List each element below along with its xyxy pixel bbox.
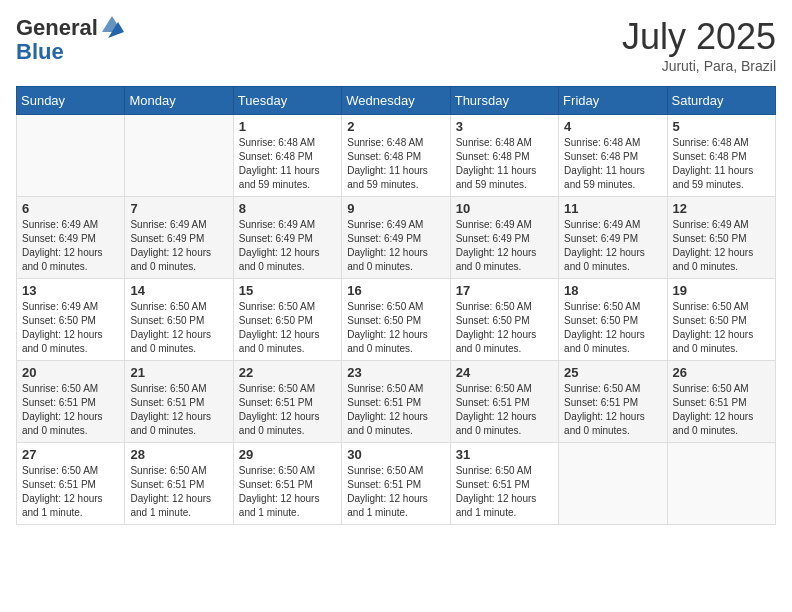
calendar-cell: 6Sunrise: 6:49 AM Sunset: 6:49 PM Daylig… [17, 197, 125, 279]
calendar-cell: 14Sunrise: 6:50 AM Sunset: 6:50 PM Dayli… [125, 279, 233, 361]
day-header-thursday: Thursday [450, 87, 558, 115]
day-info: Sunrise: 6:50 AM Sunset: 6:50 PM Dayligh… [347, 300, 444, 356]
day-info: Sunrise: 6:50 AM Sunset: 6:51 PM Dayligh… [130, 464, 227, 520]
day-info: Sunrise: 6:48 AM Sunset: 6:48 PM Dayligh… [347, 136, 444, 192]
calendar-cell [125, 115, 233, 197]
day-info: Sunrise: 6:50 AM Sunset: 6:51 PM Dayligh… [22, 382, 119, 438]
day-info: Sunrise: 6:50 AM Sunset: 6:51 PM Dayligh… [456, 464, 553, 520]
day-number: 25 [564, 365, 661, 380]
day-info: Sunrise: 6:50 AM Sunset: 6:51 PM Dayligh… [130, 382, 227, 438]
title-area: July 2025 Juruti, Para, Brazil [622, 16, 776, 74]
day-info: Sunrise: 6:49 AM Sunset: 6:50 PM Dayligh… [22, 300, 119, 356]
day-number: 8 [239, 201, 336, 216]
day-number: 7 [130, 201, 227, 216]
day-info: Sunrise: 6:48 AM Sunset: 6:48 PM Dayligh… [564, 136, 661, 192]
day-number: 20 [22, 365, 119, 380]
day-info: Sunrise: 6:49 AM Sunset: 6:49 PM Dayligh… [22, 218, 119, 274]
location-subtitle: Juruti, Para, Brazil [622, 58, 776, 74]
calendar-table: SundayMondayTuesdayWednesdayThursdayFrid… [16, 86, 776, 525]
calendar-cell: 7Sunrise: 6:49 AM Sunset: 6:49 PM Daylig… [125, 197, 233, 279]
day-info: Sunrise: 6:49 AM Sunset: 6:49 PM Dayligh… [239, 218, 336, 274]
day-number: 2 [347, 119, 444, 134]
day-number: 15 [239, 283, 336, 298]
calendar-cell: 22Sunrise: 6:50 AM Sunset: 6:51 PM Dayli… [233, 361, 341, 443]
day-info: Sunrise: 6:50 AM Sunset: 6:51 PM Dayligh… [564, 382, 661, 438]
calendar-cell: 15Sunrise: 6:50 AM Sunset: 6:50 PM Dayli… [233, 279, 341, 361]
logo: General Blue [16, 16, 124, 64]
calendar-cell: 25Sunrise: 6:50 AM Sunset: 6:51 PM Dayli… [559, 361, 667, 443]
calendar-cell: 29Sunrise: 6:50 AM Sunset: 6:51 PM Dayli… [233, 443, 341, 525]
calendar-cell: 30Sunrise: 6:50 AM Sunset: 6:51 PM Dayli… [342, 443, 450, 525]
day-number: 18 [564, 283, 661, 298]
day-number: 11 [564, 201, 661, 216]
calendar-cell: 18Sunrise: 6:50 AM Sunset: 6:50 PM Dayli… [559, 279, 667, 361]
day-number: 10 [456, 201, 553, 216]
day-info: Sunrise: 6:50 AM Sunset: 6:51 PM Dayligh… [22, 464, 119, 520]
calendar-cell: 24Sunrise: 6:50 AM Sunset: 6:51 PM Dayli… [450, 361, 558, 443]
page-header: General Blue July 2025 Juruti, Para, Bra… [16, 16, 776, 74]
month-title: July 2025 [622, 16, 776, 58]
day-number: 19 [673, 283, 770, 298]
calendar-week-row: 20Sunrise: 6:50 AM Sunset: 6:51 PM Dayli… [17, 361, 776, 443]
calendar-cell: 27Sunrise: 6:50 AM Sunset: 6:51 PM Dayli… [17, 443, 125, 525]
day-number: 23 [347, 365, 444, 380]
calendar-cell: 8Sunrise: 6:49 AM Sunset: 6:49 PM Daylig… [233, 197, 341, 279]
day-number: 3 [456, 119, 553, 134]
calendar-cell: 9Sunrise: 6:49 AM Sunset: 6:49 PM Daylig… [342, 197, 450, 279]
calendar-week-row: 13Sunrise: 6:49 AM Sunset: 6:50 PM Dayli… [17, 279, 776, 361]
logo-blue: Blue [16, 39, 64, 64]
calendar-cell: 28Sunrise: 6:50 AM Sunset: 6:51 PM Dayli… [125, 443, 233, 525]
calendar-cell: 1Sunrise: 6:48 AM Sunset: 6:48 PM Daylig… [233, 115, 341, 197]
day-number: 4 [564, 119, 661, 134]
calendar-header-row: SundayMondayTuesdayWednesdayThursdayFrid… [17, 87, 776, 115]
day-number: 13 [22, 283, 119, 298]
day-number: 22 [239, 365, 336, 380]
day-header-sunday: Sunday [17, 87, 125, 115]
calendar-cell [559, 443, 667, 525]
day-number: 16 [347, 283, 444, 298]
day-number: 1 [239, 119, 336, 134]
day-info: Sunrise: 6:50 AM Sunset: 6:50 PM Dayligh… [673, 300, 770, 356]
day-number: 6 [22, 201, 119, 216]
day-info: Sunrise: 6:49 AM Sunset: 6:49 PM Dayligh… [564, 218, 661, 274]
day-header-tuesday: Tuesday [233, 87, 341, 115]
logo-general: General [16, 16, 98, 40]
calendar-week-row: 1Sunrise: 6:48 AM Sunset: 6:48 PM Daylig… [17, 115, 776, 197]
day-info: Sunrise: 6:50 AM Sunset: 6:51 PM Dayligh… [239, 464, 336, 520]
day-header-saturday: Saturday [667, 87, 775, 115]
day-number: 27 [22, 447, 119, 462]
day-number: 30 [347, 447, 444, 462]
calendar-cell: 4Sunrise: 6:48 AM Sunset: 6:48 PM Daylig… [559, 115, 667, 197]
day-info: Sunrise: 6:49 AM Sunset: 6:50 PM Dayligh… [673, 218, 770, 274]
calendar-cell: 17Sunrise: 6:50 AM Sunset: 6:50 PM Dayli… [450, 279, 558, 361]
day-number: 17 [456, 283, 553, 298]
calendar-cell: 21Sunrise: 6:50 AM Sunset: 6:51 PM Dayli… [125, 361, 233, 443]
day-info: Sunrise: 6:48 AM Sunset: 6:48 PM Dayligh… [456, 136, 553, 192]
calendar-cell: 23Sunrise: 6:50 AM Sunset: 6:51 PM Dayli… [342, 361, 450, 443]
day-header-monday: Monday [125, 87, 233, 115]
calendar-cell [667, 443, 775, 525]
day-number: 31 [456, 447, 553, 462]
day-info: Sunrise: 6:50 AM Sunset: 6:50 PM Dayligh… [130, 300, 227, 356]
calendar-cell: 12Sunrise: 6:49 AM Sunset: 6:50 PM Dayli… [667, 197, 775, 279]
calendar-cell: 16Sunrise: 6:50 AM Sunset: 6:50 PM Dayli… [342, 279, 450, 361]
day-number: 21 [130, 365, 227, 380]
day-info: Sunrise: 6:50 AM Sunset: 6:51 PM Dayligh… [347, 382, 444, 438]
calendar-cell: 31Sunrise: 6:50 AM Sunset: 6:51 PM Dayli… [450, 443, 558, 525]
day-info: Sunrise: 6:50 AM Sunset: 6:51 PM Dayligh… [347, 464, 444, 520]
day-info: Sunrise: 6:49 AM Sunset: 6:49 PM Dayligh… [347, 218, 444, 274]
day-number: 24 [456, 365, 553, 380]
calendar-cell: 19Sunrise: 6:50 AM Sunset: 6:50 PM Dayli… [667, 279, 775, 361]
day-number: 29 [239, 447, 336, 462]
day-header-wednesday: Wednesday [342, 87, 450, 115]
day-number: 28 [130, 447, 227, 462]
day-info: Sunrise: 6:49 AM Sunset: 6:49 PM Dayligh… [130, 218, 227, 274]
day-number: 26 [673, 365, 770, 380]
calendar-week-row: 6Sunrise: 6:49 AM Sunset: 6:49 PM Daylig… [17, 197, 776, 279]
day-info: Sunrise: 6:48 AM Sunset: 6:48 PM Dayligh… [239, 136, 336, 192]
day-info: Sunrise: 6:50 AM Sunset: 6:50 PM Dayligh… [239, 300, 336, 356]
day-info: Sunrise: 6:50 AM Sunset: 6:50 PM Dayligh… [564, 300, 661, 356]
day-header-friday: Friday [559, 87, 667, 115]
day-info: Sunrise: 6:49 AM Sunset: 6:49 PM Dayligh… [456, 218, 553, 274]
day-info: Sunrise: 6:50 AM Sunset: 6:50 PM Dayligh… [456, 300, 553, 356]
